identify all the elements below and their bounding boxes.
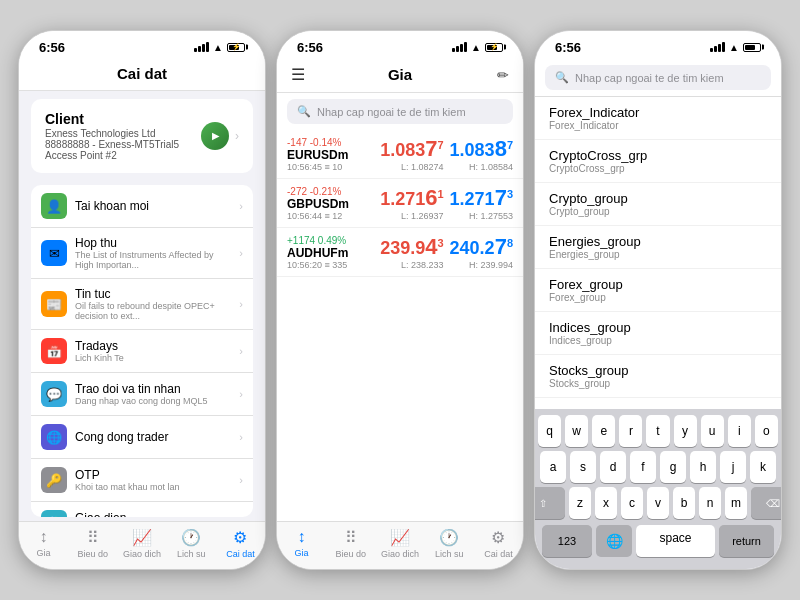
symbol-energies[interactable]: Energies_group Energies_group [535, 226, 781, 269]
symbol-name-forex-group: Forex_group [549, 277, 767, 292]
symbol-crypto-cross[interactable]: CryptoCross_grp CryptoCross_grp [535, 140, 781, 183]
menu-item-tin-tuc[interactable]: 📰 Tin tuc Oil fails to rebound despite O… [31, 279, 253, 330]
keyboard-bottom-row: 123 🌐 space return [538, 523, 778, 565]
edit-icon[interactable]: ✏ [489, 67, 509, 83]
pair-name-audhuf: AUDHUFm [287, 246, 374, 260]
status-bar-1: 6:56 ▲ ⚡ [19, 31, 265, 59]
key-123[interactable]: 123 [542, 525, 592, 557]
key-e[interactable]: e [592, 415, 615, 447]
key-c[interactable]: c [621, 487, 643, 519]
bid-price-audhuf: 239.943 [380, 234, 443, 260]
key-n[interactable]: n [699, 487, 721, 519]
pair-time-eurusd: 10:56:45 ≡ 10 [287, 162, 374, 172]
price-row-gbpusd[interactable]: -272 -0.21% GBPUSDm 10:56:44 ≡ 12 1.2716… [277, 179, 523, 228]
nav-cai-dat-2[interactable]: ⚙ Cai dat [474, 526, 523, 561]
key-a[interactable]: a [540, 451, 566, 483]
key-z[interactable]: z [569, 487, 591, 519]
key-h[interactable]: h [690, 451, 716, 483]
profile-chevron: › [235, 129, 239, 143]
profile-card[interactable]: Client Exness Technologies Ltd 88888888 … [31, 99, 253, 173]
menu-chevron: › [239, 200, 243, 212]
symbol-indices[interactable]: Indices_group Indices_group [535, 312, 781, 355]
menu-label-otp: OTP [75, 468, 231, 482]
hamburger-icon[interactable]: ☰ [291, 65, 311, 84]
nav-bieu-do-1[interactable]: ⠿ Bieu do [68, 526, 117, 561]
key-u[interactable]: u [701, 415, 724, 447]
key-j[interactable]: j [720, 451, 746, 483]
symbol-stocks[interactable]: Stocks_group Stocks_group [535, 355, 781, 398]
nav-icon-lich-su-2: 🕐 [439, 528, 459, 547]
prices-search[interactable]: 🔍 Nhap cap ngoai te de tim kiem [287, 99, 513, 124]
key-g[interactable]: g [660, 451, 686, 483]
search-content: 🔍 Nhap cap ngoai te de tim kiem Forex_In… [535, 59, 781, 569]
menu-text-tradays: Tradays Lich Kinh Te [75, 339, 231, 363]
symbol-crypto-group[interactable]: Crypto_group Crypto_group [535, 183, 781, 226]
phone-prices: 6:56 ▲ ⚡ ☰ Gia ✏ 🔍 Nhap cap ngoai te [276, 30, 524, 570]
menu-item-otp[interactable]: 🔑 OTP Khoi tao mat khau mot lan › [31, 459, 253, 502]
key-return[interactable]: return [719, 525, 774, 557]
profile-name: Client [45, 111, 179, 127]
key-space[interactable]: space [636, 525, 715, 557]
menu-item-giao-dien[interactable]: 🌍 Giao dien Tieng Viet › [31, 502, 253, 517]
nav-icon-bieu-do: ⠿ [87, 528, 99, 547]
key-w[interactable]: w [565, 415, 588, 447]
symbol-sub-forex-group: Forex_group [549, 292, 767, 303]
prices-header: ☰ Gia ✏ [277, 59, 523, 93]
key-f[interactable]: f [630, 451, 656, 483]
menu-item-trao-doi[interactable]: 💬 Trao doi va tin nhan Dang nhap vao con… [31, 373, 253, 416]
wifi-icon-2: ▲ [471, 42, 481, 53]
price-list: -147 -0.14% EURUSDm 10:56:45 ≡ 10 1.0837… [277, 130, 523, 521]
key-shift[interactable]: ⇧ [534, 487, 565, 519]
menu-text-inbox: Hop thu The List of Instruments Affected… [75, 236, 231, 270]
nav-gia-2[interactable]: ↕ Gia [277, 526, 326, 561]
key-delete[interactable]: ⌫ [751, 487, 782, 519]
settings-header: Cai dat [19, 59, 265, 91]
key-t[interactable]: t [646, 415, 669, 447]
nav-label-lich-su: Lich su [177, 549, 206, 559]
menu-item-cong-dong[interactable]: 🌐 Cong dong trader › [31, 416, 253, 459]
key-b[interactable]: b [673, 487, 695, 519]
key-o[interactable]: o [755, 415, 778, 447]
nav-cai-dat-1[interactable]: ⚙ Cai dat [216, 526, 265, 561]
key-r[interactable]: r [619, 415, 642, 447]
menu-text-news: Tin tuc Oil fails to rebound despite OPE… [75, 287, 231, 321]
key-m[interactable]: m [725, 487, 747, 519]
key-v[interactable]: v [647, 487, 669, 519]
menu-icon-news: 📰 [41, 291, 67, 317]
nav-lich-su-1[interactable]: 🕐 Lich su [167, 526, 216, 561]
menu-item-hop-thu[interactable]: ✉ Hop thu The List of Instruments Affect… [31, 228, 253, 279]
key-s[interactable]: s [570, 451, 596, 483]
symbol-forex-group[interactable]: Forex_group Forex_group [535, 269, 781, 312]
menu-icon-chat: 💬 [41, 381, 67, 407]
nav-lich-su-2[interactable]: 🕐 Lich su [425, 526, 474, 561]
menu-icon-ui: 🌍 [41, 510, 67, 517]
bottom-nav-2: ↕ Gia ⠿ Bieu do 📈 Giao dich 🕐 Lich su ⚙ … [277, 521, 523, 569]
signal-icon-3 [710, 42, 725, 52]
nav-giao-dich-2[interactable]: 📈 Giao dich [375, 526, 424, 561]
menu-item-tradays[interactable]: 📅 Tradays Lich Kinh Te › [31, 330, 253, 373]
key-i[interactable]: i [728, 415, 751, 447]
key-emoji[interactable]: 🌐 [596, 525, 632, 557]
pair-time-audhuf: 10:56:20 ≡ 335 [287, 260, 374, 270]
key-y[interactable]: y [674, 415, 697, 447]
key-d[interactable]: d [600, 451, 626, 483]
price-row-audhuf[interactable]: +1174 0.49% AUDHUFm 10:56:20 ≡ 335 239.9… [277, 228, 523, 277]
key-q[interactable]: q [538, 415, 561, 447]
price-row-eurusd[interactable]: -147 -0.14% EURUSDm 10:56:45 ≡ 10 1.0837… [277, 130, 523, 179]
key-k[interactable]: k [750, 451, 776, 483]
status-icons-3: ▲ [710, 42, 761, 53]
nav-icon-cai-dat-2: ⚙ [491, 528, 505, 547]
nav-icon-gia-2: ↕ [298, 528, 306, 546]
menu-item-tai-khoan[interactable]: 👤 Tai khoan moi › [31, 185, 253, 228]
symbol-forex-indicator[interactable]: Forex_Indicator Forex_Indicator [535, 97, 781, 140]
nav-giao-dich-1[interactable]: 📈 Giao dich [117, 526, 166, 561]
search-placeholder-3: Nhap cap ngoai te de tim kiem [575, 72, 724, 84]
symbol-sub-forex-indicator: Forex_Indicator [549, 120, 767, 131]
nav-icon-cai-dat: ⚙ [233, 528, 247, 547]
nav-bieu-do-2[interactable]: ⠿ Bieu do [326, 526, 375, 561]
battery-icon-3 [743, 43, 761, 52]
nav-gia-1[interactable]: ↕ Gia [19, 526, 68, 561]
search-input-3[interactable]: 🔍 Nhap cap ngoai te de tim kiem [545, 65, 771, 90]
key-x[interactable]: x [595, 487, 617, 519]
menu-label-tradays: Tradays [75, 339, 231, 353]
